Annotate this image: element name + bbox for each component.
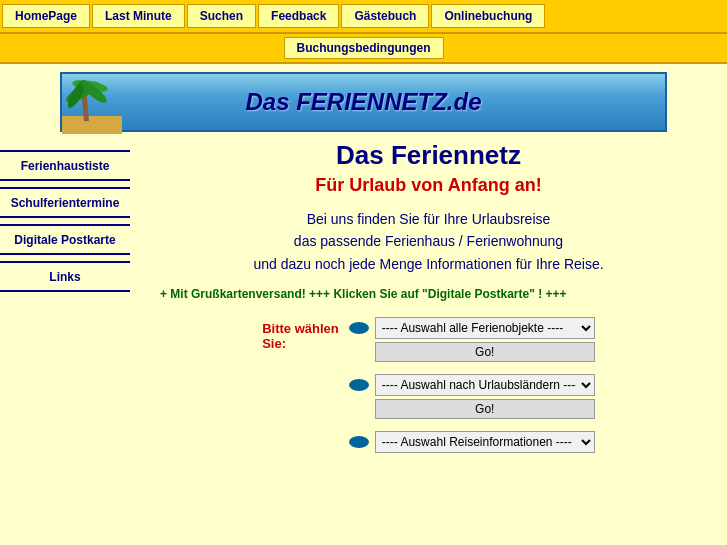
selection-area: Bitte wählen Sie: ---- Auswahl alle Feri… <box>140 317 717 453</box>
selection-groups: ---- Auswahl alle Ferienobjekte ---- Go!… <box>349 317 595 453</box>
promo-text: + Mit Grußkartenversand! +++ Klicken Sie… <box>140 287 717 301</box>
main-layout: Ferienhaustiste Schulferientermine Digit… <box>0 140 727 463</box>
nav-suchen[interactable]: Suchen <box>187 4 256 28</box>
page-title: Das Feriennetz <box>140 140 717 171</box>
go-button-1[interactable]: Go! <box>375 342 595 362</box>
main-description: Bei uns finden Sie für Ihre Urlaubsreise… <box>140 208 717 275</box>
bullet-icon-2 <box>349 379 369 391</box>
selection-group-1: ---- Auswahl alle Ferienobjekte ---- Go! <box>349 317 595 362</box>
header-banner: Das FERIENNETZ.de <box>60 72 667 132</box>
bullet-icon-3 <box>349 436 369 448</box>
sidebar-item-postkarte[interactable]: Digitale Postkarte <box>0 224 130 255</box>
select-reiseinformationen[interactable]: ---- Auswahl Reiseinformationen ---- <box>375 431 595 453</box>
select-ferienobjekte[interactable]: ---- Auswahl alle Ferienobjekte ---- <box>375 317 595 339</box>
selection-group-3: ---- Auswahl Reiseinformationen ---- <box>349 431 595 453</box>
select-row-2: ---- Auswahl nach Urlaubsländern ---- <box>349 374 595 396</box>
bullet-icon-1 <box>349 322 369 334</box>
sidebar-item-links[interactable]: Links <box>0 261 130 292</box>
nav-onlinebuchung[interactable]: Onlinebuchung <box>431 4 545 28</box>
page-subtitle: Für Urlaub von Anfang an! <box>140 175 717 196</box>
nav-buchungsbedingungen[interactable]: Buchungsbedingungen <box>284 37 444 59</box>
nav-last-minute[interactable]: Last Minute <box>92 4 185 28</box>
nav-homepage[interactable]: HomePage <box>2 4 90 28</box>
sidebar-item-ferienhaustiste[interactable]: Ferienhaustiste <box>0 150 130 181</box>
main-content: Das Feriennetz Für Urlaub von Anfang an!… <box>130 140 727 463</box>
select-row-3: ---- Auswahl Reiseinformationen ---- <box>349 431 595 453</box>
select-row-1: ---- Auswahl alle Ferienobjekte ---- <box>349 317 595 339</box>
nav-gästebuch[interactable]: Gästebuch <box>341 4 429 28</box>
sidebar: Ferienhaustiste Schulferientermine Digit… <box>0 140 130 463</box>
nav-feedback[interactable]: Feedback <box>258 4 339 28</box>
svg-rect-0 <box>62 116 122 134</box>
second-navigation: Buchungsbedingungen <box>0 34 727 64</box>
top-navigation: HomePageLast MinuteSuchenFeedbackGästebu… <box>0 0 727 34</box>
palm-icon <box>62 74 122 134</box>
bitte-wahlen-label: Bitte wählen Sie: <box>262 317 339 351</box>
select-urlaubslaender[interactable]: ---- Auswahl nach Urlaubsländern ---- <box>375 374 595 396</box>
selection-group-2: ---- Auswahl nach Urlaubsländern ---- Go… <box>349 374 595 419</box>
banner-title: Das FERIENNETZ.de <box>245 88 481 116</box>
go-button-2[interactable]: Go! <box>375 399 595 419</box>
sidebar-item-schulferientermine[interactable]: Schulferientermine <box>0 187 130 218</box>
